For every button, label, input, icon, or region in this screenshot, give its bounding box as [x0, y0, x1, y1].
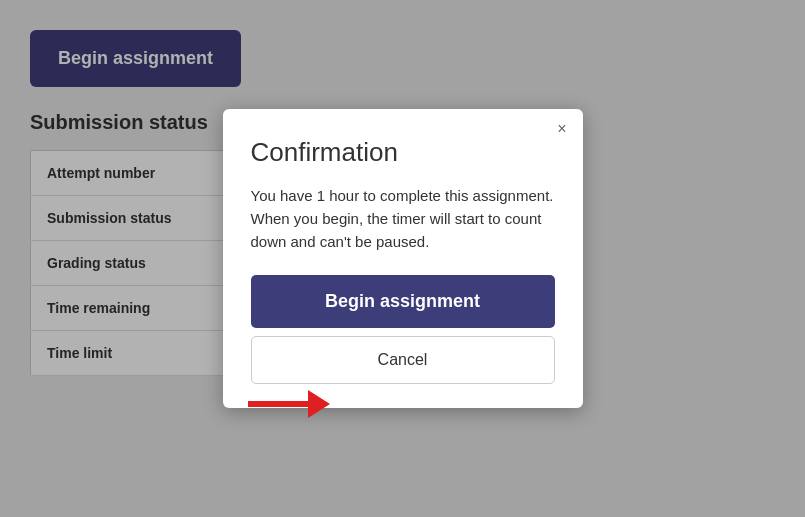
modal-title: Confirmation: [251, 137, 555, 168]
confirmation-modal: × Confirmation You have 1 hour to comple…: [223, 109, 583, 409]
modal-begin-button[interactable]: Begin assignment: [251, 275, 555, 328]
modal-body-text: You have 1 hour to complete this assignm…: [251, 184, 555, 254]
modal-close-button[interactable]: ×: [557, 121, 566, 137]
modal-cancel-button[interactable]: Cancel: [251, 336, 555, 384]
modal-overlay: × Confirmation You have 1 hour to comple…: [0, 0, 805, 517]
